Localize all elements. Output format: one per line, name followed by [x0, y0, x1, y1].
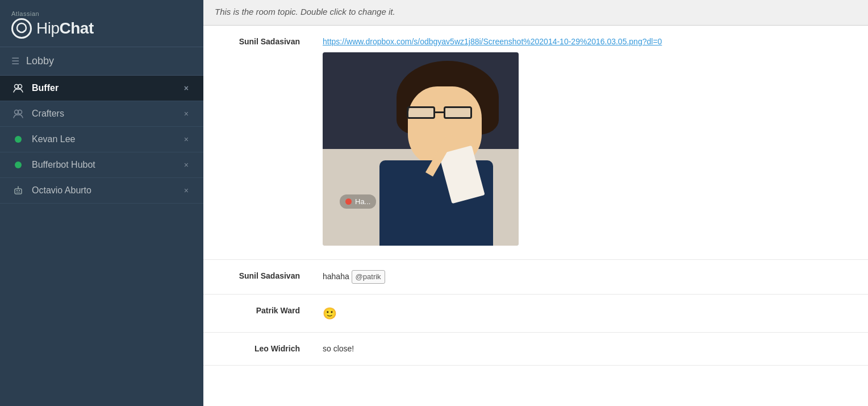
- sidebar-item-bufferbot-hubot[interactable]: Bufferbot Hubot ×: [0, 152, 203, 178]
- close-kevan-button[interactable]: ×: [181, 134, 192, 145]
- sidebar-item-buffer-label: Buffer: [32, 83, 59, 93]
- robot-icon: [11, 184, 25, 197]
- recording-dot: [345, 198, 352, 205]
- svg-rect-6: [16, 190, 18, 191]
- sidebar-item-bufferbot-label: Bufferbot Hubot: [32, 160, 95, 170]
- svg-rect-5: [15, 189, 22, 194]
- group-icon: [11, 81, 25, 95]
- chat-message-1: Sunil Sadasivan https://www.dropbox.com/…: [203, 26, 868, 260]
- hipchat-logo-text: HipChat: [36, 19, 94, 38]
- message-content-2: hahaha @patrik: [311, 266, 868, 288]
- svg-rect-7: [19, 190, 20, 191]
- sidebar-item-octavio-aburto[interactable]: Octavio Aburto ×: [0, 178, 203, 204]
- sidebar-item-buffer[interactable]: Buffer ×: [0, 76, 203, 101]
- sidebar-rooms-section: Buffer × Crafters × Kevan Lee ×: [0, 76, 203, 406]
- lobby-nav-item[interactable]: ☰ Lobby: [0, 47, 203, 76]
- message-content-3: 🙂: [311, 300, 868, 326]
- message-sender-4: Leo Widrich: [203, 338, 311, 359]
- crafters-group-icon: [11, 107, 25, 121]
- message-content-1: https://www.dropbox.com/s/odbgyav5wz1j88…: [311, 31, 868, 254]
- sidebar-item-crafters[interactable]: Crafters ×: [0, 101, 203, 127]
- message-sender-1: Sunil Sadasivan: [203, 31, 311, 254]
- hipchat-logo: HipChat: [11, 18, 192, 39]
- lobby-label: Lobby: [26, 55, 54, 67]
- dropbox-link[interactable]: https://www.dropbox.com/s/odbgyav5wz1j88…: [323, 37, 662, 46]
- sidebar-item-kevan-lee[interactable]: Kevan Lee ×: [0, 127, 203, 152]
- message-content-4: so close!: [311, 338, 868, 359]
- overlay-text: Ha...: [355, 196, 370, 208]
- bufferbot-status-icon: [11, 158, 25, 172]
- hipchat-logo-icon: [11, 18, 32, 39]
- chat-message-3: Patrik Ward 🙂: [203, 295, 868, 333]
- sidebar-header: Atlassian HipChat: [0, 0, 203, 47]
- close-crafters-button[interactable]: ×: [181, 108, 192, 119]
- close-bufferbot-button[interactable]: ×: [181, 159, 192, 171]
- emoji-smiley: 🙂: [323, 307, 337, 320]
- chat-area: Sunil Sadasivan https://www.dropbox.com/…: [203, 26, 868, 406]
- close-octavio-button[interactable]: ×: [181, 185, 192, 196]
- topic-text: This is the room topic. Double click to …: [215, 7, 395, 16]
- message-text-2: hahaha: [323, 272, 349, 281]
- mention-patrik: @patrik: [352, 270, 385, 284]
- sidebar-item-crafters-label: Crafters: [32, 109, 64, 119]
- sidebar-item-octavio-label: Octavio Aburto: [32, 185, 91, 196]
- sidebar: Atlassian HipChat ☰ Lobby: [0, 0, 203, 406]
- message-sender-3: Patrik Ward: [203, 300, 311, 326]
- message-sender-2: Sunil Sadasivan: [203, 266, 311, 288]
- list-icon: ☰: [11, 56, 19, 67]
- chat-message-2: Sunil Sadasivan hahaha @patrik: [203, 260, 868, 295]
- atlassian-label: Atlassian: [11, 10, 192, 17]
- chat-message-4: Leo Widrich so close!: [203, 333, 868, 366]
- sidebar-item-kevan-label: Kevan Lee: [32, 134, 76, 144]
- svg-point-8: [18, 187, 19, 188]
- close-buffer-button[interactable]: ×: [181, 82, 192, 94]
- topic-bar[interactable]: This is the room topic. Double click to …: [203, 0, 868, 26]
- main-content: This is the room topic. Double click to …: [203, 0, 868, 406]
- message-text-4: so close!: [323, 344, 354, 353]
- image-container: Ha...: [323, 52, 519, 246]
- online-status-icon: [11, 132, 25, 146]
